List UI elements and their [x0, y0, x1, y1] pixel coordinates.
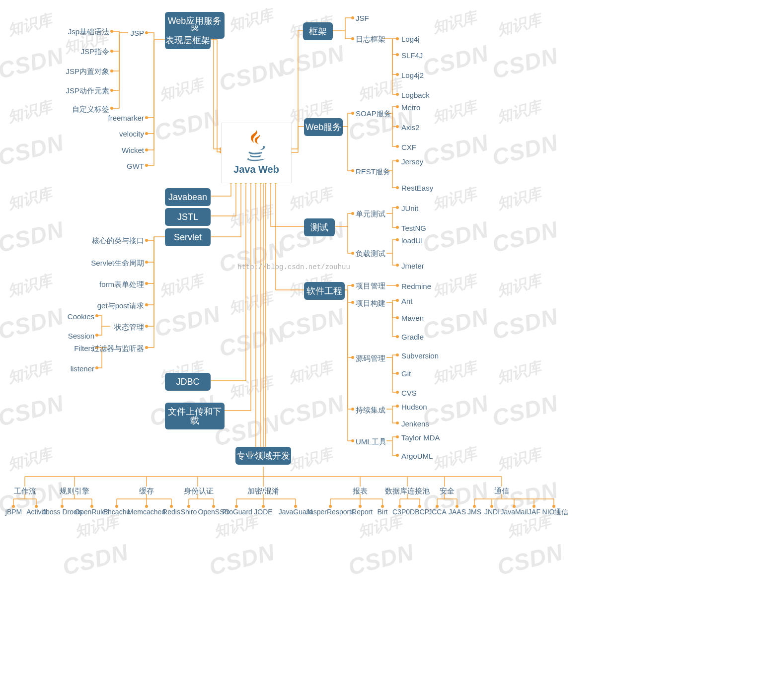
domain-comm[interactable]: 通信 [487, 487, 517, 496]
node-jsf[interactable]: JSF [356, 14, 369, 22]
leaf-jcca[interactable]: JCCA [426, 508, 449, 516]
node-build[interactable]: 项目构建 [356, 299, 385, 308]
node-load[interactable]: 负载测试 [356, 249, 385, 259]
node-axis2[interactable]: Axis2 [401, 123, 420, 132]
node-rest[interactable]: REST服务 [356, 167, 390, 177]
watermark-zsk: 知识库 [430, 271, 478, 301]
pill-javabean[interactable]: Javabean [165, 188, 211, 206]
node-jenkens[interactable]: Jenkens [401, 420, 429, 428]
svg-point-48 [351, 252, 354, 255]
watermark-csdn: CSDN [216, 236, 287, 278]
domain-security[interactable]: 安全 [432, 487, 462, 496]
node-maven[interactable]: Maven [401, 314, 424, 322]
node-slf4j[interactable]: SLF4J [401, 51, 423, 60]
node-uml[interactable]: UML工具 [356, 437, 386, 447]
svg-point-25 [145, 346, 148, 349]
node-jsp-basic[interactable]: Jsp基础语法 [55, 27, 109, 37]
node-gradle[interactable]: Gradle [401, 333, 424, 341]
node-freemarker[interactable]: freemarker [99, 114, 144, 122]
node-loadui[interactable]: loadUI [401, 236, 423, 245]
node-servlet-life[interactable]: Servlet生命周期 [84, 259, 144, 268]
node-cookies[interactable]: Cookies [55, 312, 94, 321]
watermark-csdn: CSDN [420, 390, 491, 432]
pill-framework[interactable]: 框架 [303, 22, 333, 40]
node-servlet-state[interactable]: 状态管理 [84, 323, 144, 332]
pill-view-framework[interactable]: 表现层框架 [165, 31, 211, 49]
pill-se[interactable]: 软件工程 [304, 282, 345, 300]
node-jsp-action[interactable]: JSP动作元素 [55, 86, 109, 96]
pill-jdbc[interactable]: JDBC [165, 373, 211, 391]
node-cvs[interactable]: CVS [401, 389, 417, 397]
node-resteasy[interactable]: RestEasy [401, 184, 433, 192]
node-session[interactable]: Session [55, 332, 94, 340]
node-cxf[interactable]: CXF [401, 143, 416, 151]
node-unit[interactable]: 单元测试 [356, 210, 385, 219]
node-svn[interactable]: Subversion [401, 351, 439, 360]
leaf-jode[interactable]: JODE [251, 508, 276, 516]
leaf-javamail[interactable]: JavaMail [499, 508, 529, 516]
node-servlet-form[interactable]: form表单处理 [84, 280, 144, 289]
node-gwt[interactable]: GWT [99, 162, 144, 170]
node-velocity[interactable]: velocity [99, 130, 144, 138]
leaf-ireport[interactable]: iReport [348, 508, 375, 516]
watermark-zsk: 知识库 [495, 184, 543, 214]
domain-dbpool[interactable]: 数据库连接池 [382, 487, 432, 496]
watermark-zsk: 知识库 [5, 357, 54, 388]
watermark-zsk: 知识库 [286, 357, 334, 388]
node-filters[interactable]: Filters [55, 344, 94, 352]
watermark-csdn: CSDN [420, 216, 491, 258]
pill-jstl[interactable]: JSTL [165, 208, 211, 226]
node-servlet-core[interactable]: 核心的类与接口 [84, 236, 144, 246]
svg-point-11 [145, 116, 148, 119]
node-junit[interactable]: JUnit [401, 204, 418, 212]
pill-webservice[interactable]: Web服务 [304, 118, 343, 136]
node-argo[interactable]: ArgoUML [401, 452, 433, 460]
watermark-zsk: 知识库 [495, 357, 543, 388]
domain-rules[interactable]: 规则引擎 [55, 487, 94, 496]
node-soap[interactable]: SOAP服务 [356, 109, 391, 119]
domain-report[interactable]: 报表 [343, 487, 378, 496]
domain-workflow[interactable]: 工作流 [5, 487, 45, 496]
leaf-proguard[interactable]: ProGuard [221, 508, 253, 516]
node-jsp-custom[interactable]: 自定义标签 [55, 105, 109, 114]
node-jsp-builtin[interactable]: JSP内置对象 [55, 67, 109, 76]
node-scm[interactable]: 源码管理 [356, 354, 385, 363]
node-hudson[interactable]: Hudson [401, 403, 427, 411]
svg-point-62 [396, 353, 399, 356]
watermark-csdn: CSDN [489, 390, 560, 432]
node-redmine[interactable]: Redmine [401, 282, 431, 290]
svg-point-45 [396, 159, 399, 162]
pill-domain-dev[interactable]: 专业领域开发 [235, 447, 291, 465]
node-git[interactable]: Git [401, 369, 411, 378]
node-ci[interactable]: 持续集成 [356, 406, 385, 415]
svg-point-12 [145, 132, 148, 135]
domain-cache[interactable]: 缓存 [129, 487, 164, 496]
node-listener[interactable]: listener [55, 364, 94, 373]
pill-test[interactable]: 测试 [304, 218, 335, 236]
node-wicket[interactable]: Wicket [99, 146, 144, 154]
node-jmeter[interactable]: Jmeter [401, 262, 424, 270]
node-logback[interactable]: Logback [401, 91, 430, 99]
pill-file-updown[interactable]: 文件上传和下载 [165, 403, 225, 429]
node-ant[interactable]: Ant [401, 297, 413, 305]
watermark-zsk: 知识库 [430, 97, 478, 128]
node-pm[interactable]: 项目管理 [356, 281, 385, 291]
node-taylor[interactable]: Taylor MDA [401, 433, 440, 442]
node-testng[interactable]: TestNG [401, 224, 426, 232]
node-jsp-direct[interactable]: JSP指令 [55, 47, 109, 57]
pill-servlet[interactable]: Servlet [165, 228, 211, 246]
domain-auth[interactable]: 身份认证 [179, 487, 219, 496]
svg-point-60 [396, 316, 399, 319]
node-metro[interactable]: Metro [401, 103, 420, 112]
node-log4j2[interactable]: Log4j2 [401, 71, 424, 79]
node-logfw[interactable]: 日志框架 [356, 35, 385, 44]
watermark-zsk: 知识库 [286, 444, 334, 475]
leaf-birt[interactable]: Birt [373, 508, 392, 516]
node-jersey[interactable]: Jersey [401, 157, 423, 166]
svg-point-50 [396, 226, 399, 229]
node-servlet-getpost[interactable]: get与post请求 [84, 301, 144, 311]
domain-crypto[interactable]: 加密/混淆 [243, 487, 283, 496]
node-log4j[interactable]: Log4j [401, 35, 420, 43]
watermark-csdn: CSDN [420, 129, 491, 171]
leaf-nio[interactable]: NIO通信 [540, 508, 570, 517]
